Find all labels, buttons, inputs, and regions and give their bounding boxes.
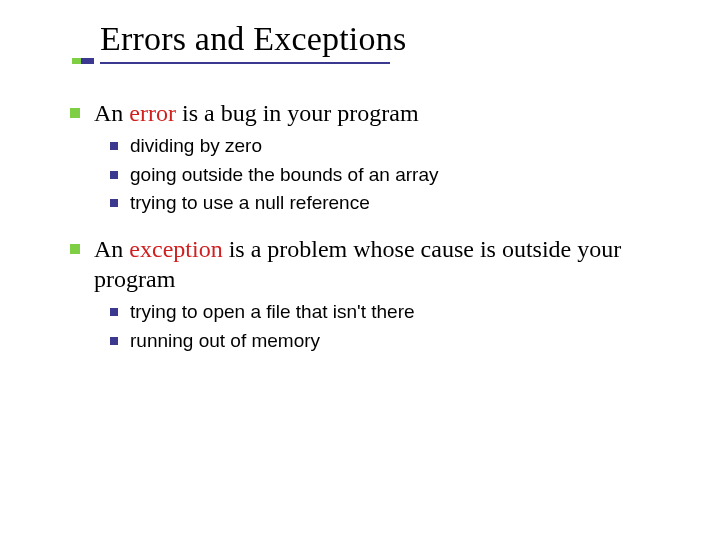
list-item: trying to use a null reference: [110, 191, 680, 216]
bullet-square-icon: [70, 244, 80, 254]
text: dividing by zero: [130, 134, 262, 159]
text: trying to use a: [130, 192, 255, 213]
code-null: null: [255, 192, 285, 213]
list-item: An exception is a problem whose cause is…: [70, 234, 680, 294]
text: reference: [284, 192, 370, 213]
bullet-square-icon: [110, 337, 118, 345]
body: An error is a bug in your program dividi…: [70, 92, 680, 371]
bullet-square-icon: [110, 142, 118, 150]
keyword-error: error: [129, 100, 176, 126]
slide: Errors and Exceptions An error is a bug …: [0, 0, 720, 540]
sublist-error: dividing by zero going outside the bound…: [110, 134, 680, 216]
bullet-square-icon: [70, 108, 80, 118]
list-item: going outside the bounds of an array: [110, 163, 680, 188]
list-item: running out of memory: [110, 329, 680, 354]
sublist-exception: trying to open a file that isn't there r…: [110, 300, 680, 353]
list-item: trying to open a file that isn't there: [110, 300, 680, 325]
text: going outside the bounds of an array: [130, 163, 438, 188]
text: trying to open a file that isn't there: [130, 300, 415, 325]
text: running out of memory: [130, 329, 320, 354]
list-item: An error is a bug in your program: [70, 98, 680, 128]
bullet-square-icon: [110, 308, 118, 316]
text: is a bug in your program: [176, 100, 419, 126]
point-error-text: An error is a bug in your program: [94, 98, 419, 128]
text: An: [94, 236, 129, 262]
point-exception: An exception is a problem whose cause is…: [70, 234, 680, 353]
point-exception-text: An exception is a problem whose cause is…: [94, 234, 680, 294]
keyword-exception: exception: [129, 236, 222, 262]
bullet-square-icon: [110, 171, 118, 179]
page-title: Errors and Exceptions: [100, 20, 680, 58]
title-block: Errors and Exceptions: [100, 20, 680, 64]
text: An: [94, 100, 129, 126]
bullet-square-icon: [110, 199, 118, 207]
text: trying to use a null reference: [130, 191, 370, 216]
title-accent-icon: [72, 58, 94, 64]
title-underline: [100, 62, 390, 64]
list-item: dividing by zero: [110, 134, 680, 159]
point-error: An error is a bug in your program dividi…: [70, 98, 680, 216]
